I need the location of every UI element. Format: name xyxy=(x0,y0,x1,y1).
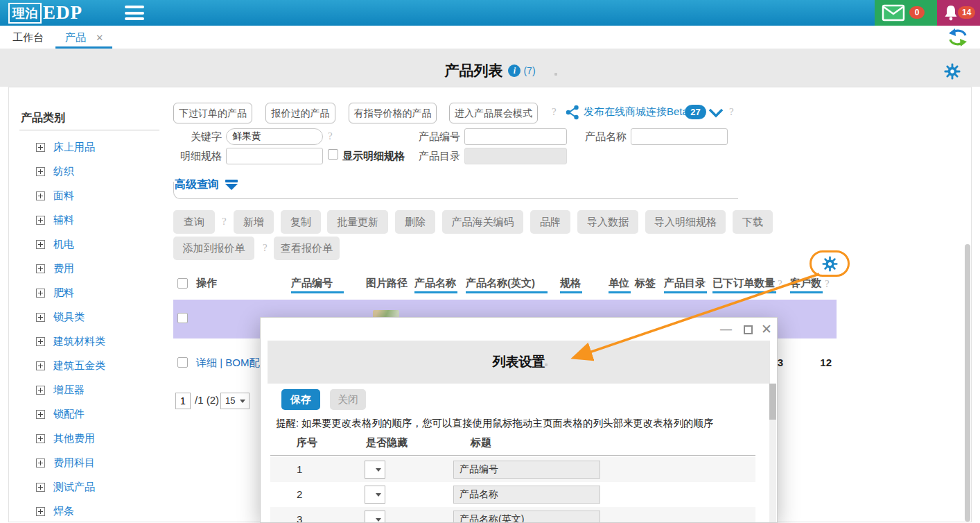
sidebar-item-locks[interactable]: 锁具类 xyxy=(36,311,85,323)
expand-icon[interactable] xyxy=(36,191,45,200)
help-icon[interactable]: ? xyxy=(552,106,557,118)
import-data-button[interactable]: 导入数据 xyxy=(577,210,638,234)
sidebar-item-test-product[interactable]: 测试产品 xyxy=(36,481,95,493)
expand-icon[interactable] xyxy=(36,289,45,298)
detail-bom-link[interactable]: 详细 | BOM配置 xyxy=(196,357,270,370)
show-detail-spec-checkbox[interactable] xyxy=(328,149,338,160)
sidebar-item-fertilizer[interactable]: 肥料 xyxy=(36,286,74,299)
sidebar-item-fee[interactable]: 费用 xyxy=(36,262,74,275)
dialog-scrollbar-thumb[interactable] xyxy=(769,384,776,420)
help-icon[interactable]: ? xyxy=(222,216,227,228)
hide-column-select[interactable] xyxy=(365,511,385,523)
expand-icon[interactable] xyxy=(36,386,45,395)
customs-code-button[interactable]: 产品海关编码 xyxy=(442,210,523,234)
brand-button[interactable]: 品牌 xyxy=(530,210,570,234)
expand-icon[interactable] xyxy=(36,410,45,419)
close-icon[interactable]: ✕ xyxy=(96,33,103,43)
product-code-input[interactable] xyxy=(464,128,567,145)
share-icon[interactable] xyxy=(565,104,580,121)
product-name-input[interactable] xyxy=(631,128,728,145)
keyword-input[interactable] xyxy=(226,128,323,145)
col-header-order-count[interactable]: 已下订单数量 xyxy=(712,275,776,293)
help-icon[interactable]: ? xyxy=(328,130,333,142)
expand-icon[interactable] xyxy=(36,458,45,468)
column-title-input[interactable] xyxy=(453,511,600,523)
batch-update-button[interactable]: 批量更新 xyxy=(327,210,388,234)
copy-button[interactable]: 复制 xyxy=(281,210,321,234)
col-header-unit[interactable]: 单位 xyxy=(609,275,631,293)
sidebar-item-textile[interactable]: 纺织 xyxy=(36,165,74,178)
sidebar-item-building-materials[interactable]: 建筑材料类 xyxy=(36,335,105,348)
hide-column-select[interactable] xyxy=(365,486,385,504)
column-title-input[interactable] xyxy=(453,486,600,504)
search-button[interactable]: 查询 xyxy=(173,210,215,234)
publish-online-mall-link[interactable]: 发布在线商城连接Beta xyxy=(584,105,688,119)
column-title-input[interactable] xyxy=(453,461,600,479)
filter-ordered-products-button[interactable]: 下过订单的产品 xyxy=(173,103,252,123)
advanced-search-link[interactable]: 高级查询 xyxy=(175,178,219,192)
sidebar-item-supercharger[interactable]: 增压器 xyxy=(36,384,85,396)
delete-button[interactable]: 删除 xyxy=(395,210,435,234)
help-icon[interactable]: ? xyxy=(825,278,830,290)
select-all-checkbox[interactable] xyxy=(177,278,188,289)
tab-product[interactable]: 产品 ✕ xyxy=(65,26,103,49)
import-detail-spec-button[interactable]: 导入明细规格 xyxy=(645,210,726,234)
sidebar-item-bedding[interactable]: 床上用品 xyxy=(36,141,95,153)
expand-icon[interactable] xyxy=(36,264,45,273)
tab-workbench[interactable]: 工作台 xyxy=(12,26,44,49)
chevron-down-icon[interactable] xyxy=(708,108,724,118)
sidebar-item-electromech[interactable]: 机电 xyxy=(36,238,74,250)
expand-icon[interactable] xyxy=(36,240,45,249)
help-icon[interactable]: ? xyxy=(778,278,782,290)
expand-icon[interactable] xyxy=(36,483,45,492)
expand-icon[interactable] xyxy=(36,337,45,346)
expand-icon[interactable] xyxy=(36,216,45,225)
menu-icon[interactable] xyxy=(125,6,144,21)
col-header-product-code[interactable]: 产品编号 xyxy=(291,275,344,293)
expand-icon[interactable] xyxy=(36,143,45,152)
col-header-product-name[interactable]: 产品名称 xyxy=(414,275,457,293)
sidebar-item-accessories[interactable]: 辅料 xyxy=(36,214,74,226)
page-settings-gear-icon[interactable] xyxy=(944,63,961,80)
sync-icon[interactable] xyxy=(947,27,969,48)
expand-icon[interactable] xyxy=(36,361,45,370)
add-button[interactable]: 新增 xyxy=(234,210,274,234)
filter-icon[interactable] xyxy=(225,180,238,190)
col-header-customer-count[interactable]: 客户数 xyxy=(790,275,823,293)
filter-guide-price-products-button[interactable]: 有指导价格的产品 xyxy=(349,103,437,123)
expand-icon[interactable] xyxy=(36,434,45,443)
hide-column-select[interactable] xyxy=(365,461,385,479)
sidebar-item-building-hardware[interactable]: 建筑五金类 xyxy=(36,359,105,372)
expand-icon[interactable] xyxy=(36,313,45,322)
vertical-scrollbar[interactable] xyxy=(965,244,970,522)
row-checkbox[interactable] xyxy=(177,357,188,368)
sidebar-item-fee-subject[interactable]: 费用科目 xyxy=(36,456,95,469)
download-button[interactable]: 下载 xyxy=(733,210,773,234)
help-icon[interactable]: ? xyxy=(263,242,268,254)
col-header-catalog[interactable]: 产品目录 xyxy=(664,275,707,293)
list-settings-gear-icon[interactable] xyxy=(822,256,838,272)
mail-button[interactable]: 0 xyxy=(875,0,937,26)
notifications-button[interactable]: 14 xyxy=(937,0,980,26)
expand-icon[interactable] xyxy=(36,167,45,176)
filter-quoted-products-button[interactable]: 报价过的产品 xyxy=(265,103,335,123)
maximize-icon[interactable] xyxy=(744,325,753,334)
sidebar-item-lock-parts[interactable]: 锁配件 xyxy=(36,408,85,420)
col-header-product-name-en[interactable]: 产品名称(英文) xyxy=(466,275,548,293)
info-icon[interactable]: i xyxy=(508,65,520,77)
sidebar-item-other-fee[interactable]: 其他费用 xyxy=(36,432,95,445)
row-checkbox[interactable] xyxy=(177,313,188,323)
expand-icon[interactable] xyxy=(36,507,45,516)
close-icon[interactable]: ✕ xyxy=(761,322,772,337)
view-quote-button[interactable]: 查看报价单 xyxy=(274,237,340,260)
help-icon[interactable]: ? xyxy=(729,106,734,118)
page-size-select[interactable]: 15 xyxy=(220,393,250,409)
detail-spec-input[interactable] xyxy=(226,148,323,164)
sidebar-item-welding-rod[interactable]: 焊条 xyxy=(36,505,74,517)
add-to-quote-button[interactable]: 添加到报价单 xyxy=(173,237,254,260)
page-number-input[interactable] xyxy=(175,393,191,409)
close-button[interactable]: 关闭 xyxy=(330,389,366,410)
minimize-icon[interactable]: — xyxy=(720,322,732,337)
exhibition-mode-button[interactable]: 进入产品展会模式 xyxy=(449,103,538,123)
save-button[interactable]: 保存 xyxy=(281,389,320,410)
